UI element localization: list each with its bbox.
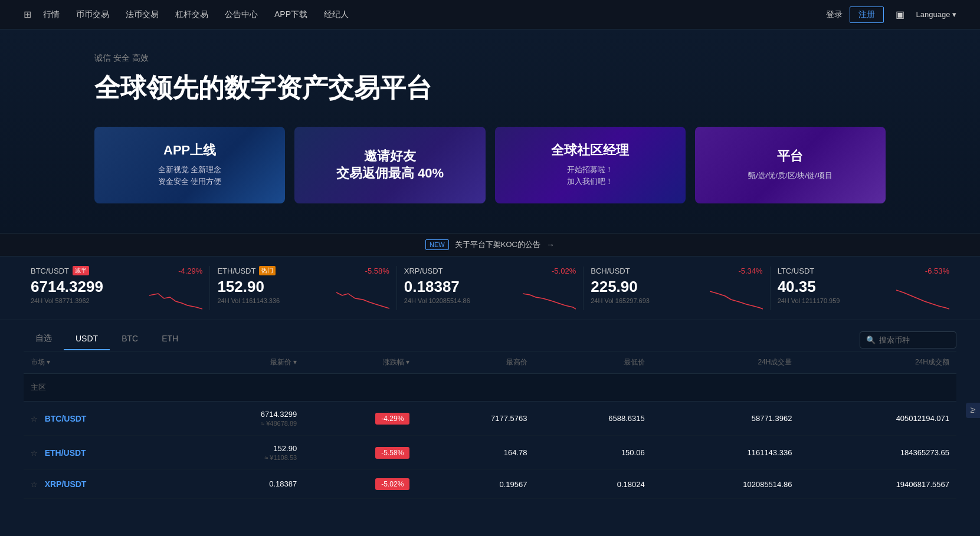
nav-links: 行情 币币交易 法币交易 杠杆交易 公告中心 APP下载 经纪人 xyxy=(43,9,826,20)
row-xrp-market: ☆ XRP/USDT xyxy=(24,470,186,499)
ticker-eth-badge: 热门 xyxy=(259,266,276,275)
col-low: 最低价 xyxy=(535,351,652,374)
star-icon-eth[interactable]: ☆ xyxy=(31,449,38,458)
section-main: 主区 xyxy=(24,374,956,402)
col-high: 最高价 xyxy=(417,351,534,374)
banner-app-desc: 全新视觉 全新理念资金安全 使用方便 xyxy=(158,164,222,189)
row-xrp-low: 0.18024 xyxy=(535,470,652,499)
ticker-ltc[interactable]: LTC/USDT -6.53% 40.35 24H Vol 1211170.95… xyxy=(771,267,956,310)
nav-fiat-trade[interactable]: 法币交易 xyxy=(126,9,159,20)
announce-arrow: → xyxy=(546,240,555,249)
ticker-btc-chart xyxy=(149,287,202,310)
row-eth-market: ☆ ETH/USDT xyxy=(24,436,186,470)
banner-community[interactable]: 全球社区经理 开始招募啦！加入我们吧！ xyxy=(495,127,686,203)
tab-favorites[interactable]: 自选 xyxy=(24,327,64,351)
tab-eth[interactable]: ETH xyxy=(150,328,190,350)
nav-right: 登录 注册 ▣ Language ▾ xyxy=(826,6,956,23)
search-input[interactable] xyxy=(879,336,950,344)
nav-announcement[interactable]: 公告中心 xyxy=(225,9,258,20)
banner-invite[interactable]: 邀请好友交易返佣最高 40% xyxy=(294,127,485,203)
ticker-ltc-change: -6.53% xyxy=(925,267,949,275)
hero-section: 诚信 安全 高效 全球领先的数字资产交易平台 APP上线 全新视觉 全新理念资金… xyxy=(0,29,980,233)
row-eth-amount: 184365273.65 xyxy=(799,436,956,470)
ticker-btc-pair: BTC/USDT xyxy=(31,267,69,275)
ticker-bar: BTC/USDT 减半 -4.29% 6714.3299 24H Vol 587… xyxy=(0,257,980,320)
star-icon-btc[interactable]: ☆ xyxy=(31,415,38,423)
banner-platform[interactable]: 平台 甄/选/优/质/区/块/链/项目 xyxy=(695,127,886,203)
search-icon: 🔍 xyxy=(866,336,876,344)
star-icon-xrp[interactable]: ☆ xyxy=(31,480,38,489)
new-badge: NEW xyxy=(425,239,449,250)
ticker-btc-change: -4.29% xyxy=(178,267,202,275)
market-tabs: 自选 USDT BTC ETH xyxy=(24,320,190,351)
row-eth-high: 164.78 xyxy=(417,436,534,470)
ticker-bch-pair: BCH/USDT xyxy=(591,267,630,275)
notification-icon[interactable]: ▣ xyxy=(891,6,909,22)
col-vol: 24H成交量 xyxy=(652,351,799,374)
ticker-xrp-change: -5.02% xyxy=(552,267,576,275)
nav-market[interactable]: 行情 xyxy=(43,9,60,20)
ticker-xrp-pair: XRP/USDT xyxy=(404,267,443,275)
announce-text[interactable]: 关于平台下架KOC的公告 xyxy=(455,239,540,250)
banner-app[interactable]: APP上线 全新视觉 全新理念资金安全 使用方便 xyxy=(94,127,285,203)
row-eth-low: 150.06 xyxy=(535,436,652,470)
register-button[interactable]: 注册 xyxy=(850,6,884,23)
banner-invite-title: 邀请好友交易返佣最高 40% xyxy=(336,148,444,182)
navbar: ⊞ 行情 币币交易 法币交易 杠杆交易 公告中心 APP下载 经纪人 登录 注册… xyxy=(0,0,980,29)
ticker-btc-badge: 减半 xyxy=(73,266,89,275)
language-selector[interactable]: Language ▾ xyxy=(916,10,956,19)
ticker-xrp-chart xyxy=(523,287,576,310)
col-price: 最新价 ▾ xyxy=(186,351,304,374)
nav-app[interactable]: APP下载 xyxy=(274,9,307,20)
table-row[interactable]: ☆ BTC/USDT 6714.3299 ≈ ¥48678.89 -4.29% … xyxy=(24,402,956,436)
nav-broker[interactable]: 经纪人 xyxy=(324,9,349,20)
col-market: 市场 ▾ xyxy=(24,351,186,374)
table-row[interactable]: ☆ ETH/USDT 152.90 ≈ ¥1108.53 -5.58% 164.… xyxy=(24,436,956,470)
grid-icon: ⊞ xyxy=(24,9,31,20)
banner-community-title: 全球社区经理 xyxy=(551,142,629,159)
float-ai-button[interactable]: Ai xyxy=(966,403,980,418)
login-button[interactable]: 登录 xyxy=(826,9,843,20)
banner-platform-title: 平台 xyxy=(777,148,803,165)
nav-coin-trade[interactable]: 币币交易 xyxy=(76,9,109,20)
ticker-ltc-pair: LTC/USDT xyxy=(778,267,815,275)
row-eth-price: 152.90 ≈ ¥1108.53 xyxy=(186,436,304,470)
row-eth-vol: 1161143.336 xyxy=(652,436,799,470)
market-table: 市场 ▾ 最新价 ▾ 涨跌幅 ▾ 最高价 最低价 24H成交量 24H成交额 主… xyxy=(24,351,956,499)
table-row[interactable]: ☆ XRP/USDT 0.18387 -5.02% 0.19567 0.1802… xyxy=(24,470,956,499)
banner-community-desc: 开始招募啦！加入我们吧！ xyxy=(567,164,613,189)
ticker-xrp[interactable]: XRP/USDT -5.02% 0.18387 24H Vol 10208551… xyxy=(397,267,584,310)
hero-subtitle: 诚信 安全 高效 xyxy=(94,53,886,64)
ticker-bch[interactable]: BCH/USDT -5.34% 225.90 24H Vol 165297.69… xyxy=(584,267,770,310)
row-eth-pair: ETH/USDT xyxy=(45,448,86,458)
row-xrp-vol: 102085514.86 xyxy=(652,470,799,499)
market-section: 自选 USDT BTC ETH 🔍 市场 ▾ 最新价 ▾ 涨跌幅 ▾ 最高价 最… xyxy=(0,320,980,522)
announce-bar: NEW 关于平台下架KOC的公告 → xyxy=(0,233,980,257)
row-btc-change: -4.29% xyxy=(304,402,417,436)
ticker-eth-change: -5.58% xyxy=(365,267,389,275)
ticker-btc[interactable]: BTC/USDT 减半 -4.29% 6714.3299 24H Vol 587… xyxy=(24,266,210,310)
row-xrp-change: -5.02% xyxy=(304,470,417,499)
row-xrp-pair: XRP/USDT xyxy=(45,479,87,489)
row-btc-amount: 405012194.071 xyxy=(799,402,956,436)
ticker-bch-chart xyxy=(710,287,763,310)
row-btc-high: 7177.5763 xyxy=(417,402,534,436)
banner-app-title: APP上线 xyxy=(163,142,216,159)
row-btc-market: ☆ BTC/USDT xyxy=(24,402,186,436)
nav-leverage[interactable]: 杠杆交易 xyxy=(175,9,208,20)
row-eth-change: -5.58% xyxy=(304,436,417,470)
ticker-eth-chart xyxy=(336,287,389,310)
ticker-eth-pair: ETH/USDT xyxy=(217,267,255,275)
banner-platform-desc: 甄/选/优/质/区/块/链/项目 xyxy=(748,170,832,182)
hero-title: 全球领先的数字资产交易平台 xyxy=(94,71,886,106)
row-btc-price: 6714.3299 ≈ ¥48678.89 xyxy=(186,402,304,436)
tab-btc[interactable]: BTC xyxy=(110,328,150,350)
ticker-ltc-chart xyxy=(896,287,949,310)
row-xrp-price: 0.18387 xyxy=(186,470,304,499)
market-search[interactable]: 🔍 xyxy=(860,331,956,348)
col-amount: 24H成交额 xyxy=(799,351,956,374)
row-btc-low: 6588.6315 xyxy=(535,402,652,436)
row-xrp-amount: 19406817.5567 xyxy=(799,470,956,499)
ticker-eth[interactable]: ETH/USDT 热门 -5.58% 152.90 24H Vol 116114… xyxy=(210,266,396,310)
tab-usdt[interactable]: USDT xyxy=(64,328,110,350)
